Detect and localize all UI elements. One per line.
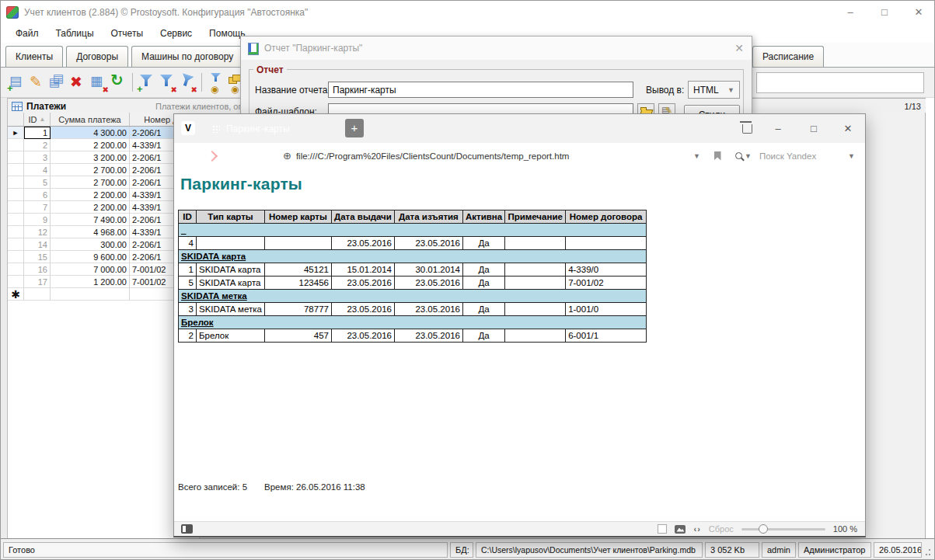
panel-toggle-icon[interactable]: [181, 524, 193, 534]
tab-3[interactable]: Машины по договору: [131, 46, 243, 68]
table-row[interactable]: 72 200.004-339/1: [8, 201, 200, 214]
bookmark-icon: [714, 151, 721, 161]
menu-item-2[interactable]: Таблицы: [47, 26, 103, 41]
cell-amount: 2 200.00: [51, 189, 130, 201]
reload-icon[interactable]: ↻: [230, 146, 241, 162]
report-group-row: SKIDATA метка: [179, 290, 647, 303]
report-cell: 4-339/0: [566, 263, 647, 277]
table-row[interactable]: ►14 300.002-206/1: [8, 127, 200, 139]
bookmark-button[interactable]: [709, 147, 726, 165]
delete-record-icon[interactable]: [68, 72, 88, 92]
report-group-cell: SKIDATA карта: [179, 250, 647, 263]
table-row[interactable]: 62 200.004-339/1: [8, 189, 200, 201]
page-actions-icon[interactable]: [658, 524, 667, 534]
output-select[interactable]: HTML ▼: [688, 81, 740, 99]
table-row[interactable]: 22 200.004-339/1: [8, 139, 200, 151]
page-content: Паркинг-карты IDТип картыНомер картыДата…: [174, 169, 865, 521]
search-field[interactable]: ▼ Поиск Yandex ▼: [729, 147, 860, 165]
table-row[interactable]: 159 600.002-206/1: [8, 251, 200, 263]
zoom-reset-label[interactable]: Сброс: [709, 524, 734, 534]
browser-tab-strip: V Паркинг-карты + – □ ✕: [174, 114, 865, 143]
images-toggle-icon[interactable]: [675, 525, 686, 534]
add-record-icon[interactable]: [7, 72, 27, 92]
output-value: HTML: [693, 85, 719, 96]
url-field[interactable]: ⊕ file:///C:/Program%20Files/ClientsCoun…: [277, 147, 706, 165]
column-header-amount[interactable]: Сумма платежа: [51, 113, 130, 126]
edit-record-icon[interactable]: [27, 72, 47, 92]
filter-remove-icon[interactable]: [157, 72, 177, 92]
row-selector: [8, 176, 24, 189]
zoom-slider-knob[interactable]: [759, 524, 768, 534]
table-row[interactable]: 42 700.002-206/1: [8, 164, 200, 176]
payments-title: Платежи: [26, 101, 66, 112]
row-selector: [8, 214, 24, 226]
cell-id: 4: [24, 164, 51, 176]
view-filter-icon[interactable]: [206, 72, 226, 92]
report-group-row: Брелок: [179, 316, 647, 329]
trash-icon[interactable]: [735, 114, 759, 143]
menu-item-4[interactable]: Сервис: [152, 26, 201, 41]
filter-clear-icon[interactable]: [177, 72, 197, 92]
dialog-close-icon[interactable]: ✕: [734, 42, 744, 54]
refresh-icon[interactable]: [108, 72, 128, 92]
home-icon[interactable]: ⌂: [256, 148, 264, 162]
table-row[interactable]: 33 200.002-206/1: [8, 151, 200, 164]
table-row[interactable]: 14300.002-206/1: [8, 238, 200, 251]
copy-record-icon[interactable]: [47, 72, 68, 92]
url-dropdown-icon[interactable]: ▼: [693, 152, 700, 160]
column-header-id[interactable]: ID ▲: [24, 113, 51, 126]
report-cell: [505, 329, 566, 343]
resize-grip[interactable]: [924, 542, 932, 558]
report-cell: 3: [179, 303, 197, 316]
table-row[interactable]: 171 200.007-001/02: [8, 276, 200, 288]
new-tab-button[interactable]: +: [345, 119, 364, 137]
browser-close-button[interactable]: ✕: [836, 114, 860, 143]
table-row[interactable]: 167 000.007-001/02: [8, 263, 200, 276]
menu-item-3[interactable]: Отчеты: [103, 26, 152, 41]
report-cell: 457: [264, 329, 331, 343]
browser-maximize-button[interactable]: □: [802, 114, 825, 143]
tab-2[interactable]: Договоры: [66, 46, 128, 68]
code-icon[interactable]: ‹›: [693, 524, 700, 534]
row-selector: [8, 201, 24, 214]
report-group-label: _: [181, 225, 186, 235]
report-column-header: Примечание: [505, 210, 566, 224]
vivaldi-menu-button[interactable]: V: [174, 114, 202, 143]
cell-amount: 9 600.00: [51, 251, 130, 263]
left-splitter[interactable]: [1, 98, 8, 538]
cell-amount: 4 968.00: [51, 226, 130, 238]
report-cell: Брелок: [197, 329, 265, 343]
report-cell: 23.05.2016: [331, 237, 394, 250]
template-input[interactable]: [328, 103, 633, 114]
cell-amount: 300.00: [51, 238, 130, 251]
app-close-button[interactable]: ✕: [902, 1, 935, 24]
report-name-input[interactable]: Паркинг-карты: [328, 82, 633, 98]
row-selector: [8, 238, 24, 251]
back-icon[interactable]: [183, 151, 194, 162]
menu-item-1[interactable]: Файл: [7, 26, 47, 41]
tab-5[interactable]: Расписание: [752, 46, 824, 68]
new-row[interactable]: ✱: [8, 288, 200, 301]
status-user: admin: [762, 542, 796, 558]
filter-add-icon[interactable]: [137, 72, 157, 92]
cell-id: 12: [24, 226, 51, 238]
zoom-slider[interactable]: [741, 528, 825, 530]
table-row[interactable]: 124 968.004-339/1: [8, 226, 200, 238]
table-row[interactable]: 97 490.002-206/1: [8, 214, 200, 226]
table-row[interactable]: 52 700.002-206/1: [8, 176, 200, 189]
column-header-id-label: ID: [29, 115, 37, 124]
forward-icon[interactable]: [207, 151, 218, 162]
browser-tab[interactable]: Паркинг-карты: [202, 114, 340, 143]
report-column-header: Дата изъятия: [394, 210, 462, 224]
tab-1[interactable]: Клиенты: [5, 46, 63, 68]
app-minimize-button[interactable]: –: [833, 1, 867, 24]
delete-table-icon[interactable]: [88, 72, 108, 92]
report-header-row: IDТип картыНомер картыДата выдачиДата из…: [179, 210, 647, 224]
search-dropdown-icon[interactable]: ▼: [848, 152, 855, 160]
app-maximize-button[interactable]: □: [867, 1, 902, 24]
edit-template-icon[interactable]: [658, 103, 675, 114]
browser-address-bar: ↻ ⌂ ⊕ file:///C:/Program%20Files/Clients…: [174, 143, 865, 169]
browser-minimize-button[interactable]: –: [766, 114, 790, 143]
open-folder-icon[interactable]: [637, 103, 654, 114]
globe-icon: ⊕: [283, 150, 291, 162]
